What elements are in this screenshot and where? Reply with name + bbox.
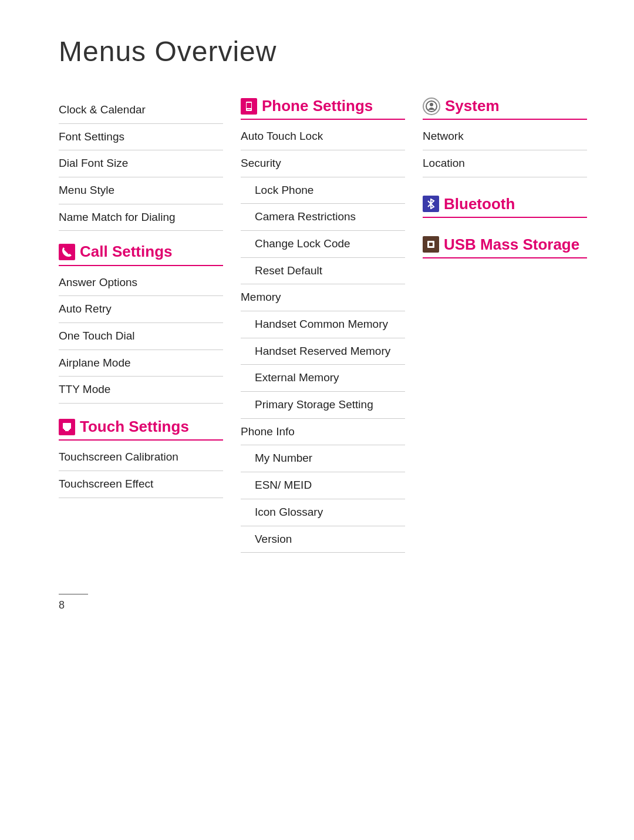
list-item[interactable]: Airplane Mode — [59, 350, 223, 377]
list-item[interactable]: Touchscreen Calibration — [59, 444, 223, 471]
usb-icon — [423, 236, 439, 253]
list-item[interactable]: Touchscreen Effect — [59, 471, 223, 498]
list-item[interactable]: Network — [423, 123, 587, 150]
svg-rect-1 — [65, 430, 69, 431]
usb-header: USB Mass Storage — [423, 236, 587, 258]
bluetooth-icon — [423, 196, 439, 212]
svg-point-7 — [430, 103, 433, 106]
list-item[interactable]: Handset Common Memory — [241, 311, 405, 338]
list-item[interactable]: One Touch Dial — [59, 323, 223, 350]
list-item[interactable]: Clock & Calendar — [59, 97, 223, 124]
call-settings-label: Call Settings — [80, 243, 172, 261]
svg-rect-0 — [63, 423, 71, 429]
system-header: System — [423, 97, 587, 120]
column-1: Clock & Calendar Font Settings Dial Font… — [59, 97, 241, 498]
system-label: System — [445, 97, 500, 115]
usb-label: USB Mass Storage — [444, 236, 579, 254]
list-item[interactable]: Phone Info — [241, 419, 405, 446]
list-item[interactable]: ESN/ MEID — [241, 472, 405, 499]
phone-settings-header: Phone Settings — [241, 97, 405, 120]
list-item[interactable]: Reset Default — [241, 258, 405, 285]
list-item[interactable]: TTY Mode — [59, 377, 223, 404]
list-item[interactable]: Lock Phone — [241, 177, 405, 204]
system-icon — [423, 98, 440, 115]
svg-rect-4 — [247, 109, 251, 110]
list-item[interactable]: Handset Reserved Memory — [241, 338, 405, 365]
list-item[interactable]: Font Settings — [59, 124, 223, 151]
list-item[interactable]: Dial Font Size — [59, 150, 223, 177]
list-item[interactable]: Primary Storage Setting — [241, 392, 405, 419]
list-item[interactable]: Icon Glossary — [241, 499, 405, 526]
list-item[interactable]: Name Match for Dialing — [59, 204, 223, 231]
list-item[interactable]: Location — [423, 150, 587, 177]
svg-rect-2 — [64, 429, 70, 430]
list-item[interactable]: Auto Touch Lock — [241, 123, 405, 150]
list-item[interactable]: External Memory — [241, 365, 405, 392]
page-title: Menus Overview — [59, 35, 587, 68]
bluetooth-header: Bluetooth — [423, 195, 587, 218]
svg-rect-9 — [429, 243, 433, 246]
call-settings-icon — [59, 244, 75, 260]
list-item[interactable]: Version — [241, 526, 405, 553]
list-item[interactable]: Memory — [241, 284, 405, 311]
phone-settings-icon — [241, 98, 257, 115]
list-item[interactable]: Security — [241, 150, 405, 177]
column-3: System Network Location Bluetooth — [423, 97, 587, 262]
bluetooth-label: Bluetooth — [444, 195, 515, 213]
list-item[interactable]: Answer Options — [59, 270, 223, 297]
page-number: 8 — [59, 599, 587, 611]
columns-wrapper: Clock & Calendar Font Settings Dial Font… — [59, 97, 587, 553]
list-item[interactable]: My Number — [241, 445, 405, 472]
touch-settings-label: Touch Settings — [80, 418, 189, 436]
page-number-line — [59, 594, 88, 594]
list-item[interactable]: Change Lock Code — [241, 231, 405, 258]
list-item[interactable]: Menu Style — [59, 177, 223, 204]
svg-rect-5 — [247, 103, 251, 108]
list-item[interactable]: Auto Retry — [59, 296, 223, 323]
list-item[interactable]: Camera Restrictions — [241, 204, 405, 231]
page-number-area: 8 — [59, 588, 587, 611]
column-2: Phone Settings Auto Touch Lock Security … — [241, 97, 423, 553]
touch-settings-icon — [59, 419, 75, 435]
phone-settings-label: Phone Settings — [262, 97, 373, 115]
top-items-group: Clock & Calendar Font Settings Dial Font… — [59, 97, 223, 231]
call-settings-header: Call Settings — [59, 243, 223, 266]
touch-settings-header: Touch Settings — [59, 418, 223, 441]
